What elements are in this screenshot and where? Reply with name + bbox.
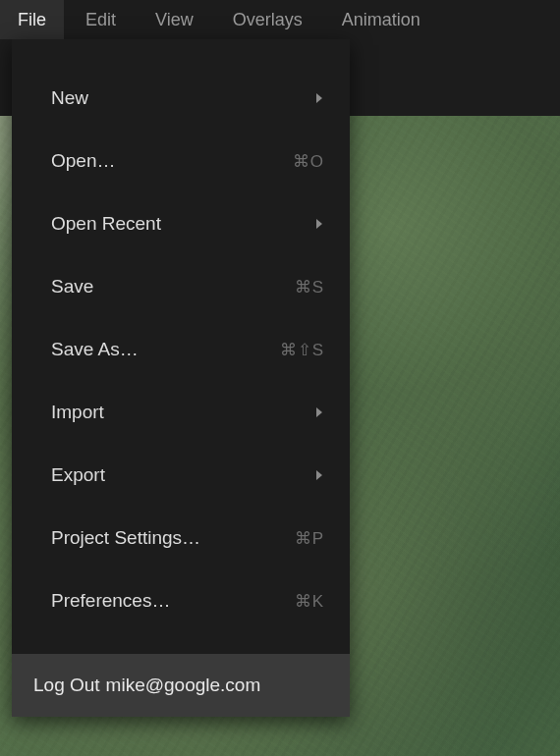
menu-item-label: Save — [51, 276, 93, 297]
menu-item-shortcut: ⌘K — [295, 591, 324, 612]
menu-item-label: Open… — [51, 150, 115, 172]
menubar-item-label: Overlays — [233, 10, 303, 30]
menubar-item-edit[interactable]: Edit — [68, 0, 134, 39]
menubar-item-label: File — [18, 10, 46, 30]
menu-item-project-settings[interactable]: Project Settings… ⌘P — [12, 507, 350, 569]
menu-item-shortcut: ⌘P — [295, 528, 324, 549]
menu-item-label: Import — [51, 402, 104, 423]
menu-item-label: New — [51, 87, 88, 109]
logout-email: mike@google.com — [106, 675, 261, 696]
menubar-item-animation[interactable]: Animation — [324, 0, 438, 39]
menubar-item-overlays[interactable]: Overlays — [215, 0, 320, 39]
menu-item-shortcut: ⌘⇧S — [280, 340, 324, 360]
menu-item-shortcut: ⌘O — [293, 151, 324, 172]
menu-item-logout[interactable]: Log Out mike@google.com — [12, 654, 350, 717]
menu-item-save[interactable]: Save ⌘S — [12, 255, 350, 318]
menu-item-preferences[interactable]: Preferences… ⌘K — [12, 569, 350, 632]
menu-item-save-as[interactable]: Save As… ⌘⇧S — [12, 318, 350, 381]
logout-prefix: Log Out — [33, 675, 100, 696]
menu-item-import[interactable]: Import — [12, 381, 350, 444]
menu-item-shortcut: ⌘S — [295, 277, 324, 297]
menu-item-new[interactable]: New — [12, 67, 350, 130]
menubar-item-label: View — [155, 10, 194, 30]
menu-item-label: Preferences… — [51, 590, 170, 612]
menubar-item-file[interactable]: File — [0, 0, 64, 39]
menu-item-open-recent[interactable]: Open Recent — [12, 192, 350, 255]
menu-item-export[interactable]: Export — [12, 444, 350, 507]
file-menu-dropdown: New Open… ⌘O Open Recent Save ⌘S Save As… — [12, 39, 350, 717]
menubar-item-label: Animation — [342, 10, 420, 30]
submenu-arrow-icon — [314, 469, 324, 481]
menubar: File Edit View Overlays Animation — [0, 0, 560, 39]
menubar-item-label: Edit — [85, 10, 116, 30]
menu-item-label: Export — [51, 464, 105, 486]
submenu-arrow-icon — [314, 406, 324, 418]
menu-item-label: Save As… — [51, 339, 139, 360]
submenu-arrow-icon — [314, 218, 324, 230]
menu-item-label: Project Settings… — [51, 527, 200, 549]
submenu-arrow-icon — [314, 92, 324, 104]
menubar-item-view[interactable]: View — [138, 0, 211, 39]
menu-item-label: Open Recent — [51, 213, 161, 235]
menu-spacer — [12, 632, 350, 654]
menu-item-open[interactable]: Open… ⌘O — [12, 130, 350, 192]
